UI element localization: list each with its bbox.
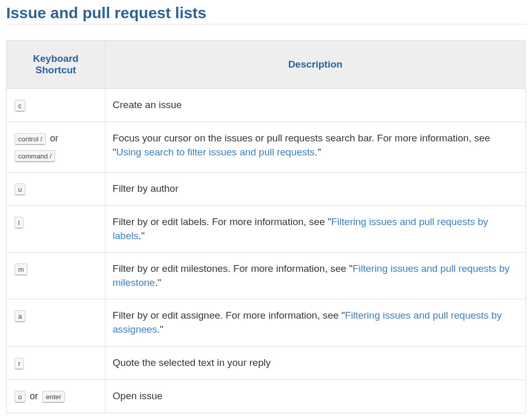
shortcut-cell: o or enter [7,379,105,413]
keyboard-key: o [15,391,25,403]
column-header-description: Description [105,41,525,89]
description-cell: Filter by or edit milestones. For more i… [105,253,525,299]
description-cell: Filter by or edit assignee. For more inf… [105,299,525,346]
table-row: rQuote the selected text in your reply [7,346,526,379]
shortcut-cell: control / orcommand / [7,122,105,173]
description-text: ." [138,230,144,241]
doc-link[interactable]: Using search to filter issues and pull r… [116,147,315,158]
keyboard-key: control / [15,133,46,145]
table-row: control / orcommand /Focus your cursor o… [7,122,526,173]
shortcut-cell: r [7,346,105,379]
description-text: Filter by author [113,183,179,194]
description-cell: Focus your cursor on the issues or pull … [105,122,525,173]
description-cell: Open issue [105,379,525,413]
table-row: o or enterOpen issue [7,379,526,413]
or-label: or [26,391,42,401]
or-label: or [46,133,59,143]
shortcut-cell: m [7,253,105,299]
shortcut-table: Keyboard Shortcut Description cCreate an… [6,40,526,413]
keyboard-key: m [15,264,28,275]
keyboard-key: command / [15,150,55,162]
description-cell: Filter by or edit labels. For more infor… [105,206,525,253]
description-text: ." [315,147,321,158]
description-text: Quote the selected text in your reply [113,357,271,368]
spacer [6,28,526,40]
description-cell: Filter by author [105,173,525,206]
keyboard-key: r [15,358,24,370]
shortcut-cell: a [7,299,105,346]
keyboard-key: c [15,100,25,112]
description-cell: Quote the selected text in your reply [105,346,525,379]
description-text: Filter by or edit milestones. For more i… [113,263,353,274]
description-text: ." [155,277,161,288]
page-title: Issue and pull request lists [6,4,526,24]
shortcut-cell: l [7,206,105,253]
keyboard-key: u [15,183,25,195]
shortcut-cell: c [7,89,105,122]
keyboard-key: a [15,310,25,322]
table-row: aFilter by or edit assignee. For more in… [7,299,526,346]
table-row: mFilter by or edit milestones. For more … [7,253,526,299]
description-cell: Create an issue [105,89,525,122]
description-text: Filter by or edit labels. For more infor… [113,216,331,227]
table-row: cCreate an issue [7,89,526,122]
keyboard-key: enter [42,391,65,403]
shortcut-table-body: cCreate an issuecontrol / orcommand /Foc… [7,89,526,413]
shortcut-cell: u [7,173,105,206]
description-text: ." [157,324,163,335]
description-text: Filter by or edit assignee. For more inf… [113,310,345,321]
table-row: uFilter by author [7,173,526,206]
column-header-shortcut: Keyboard Shortcut [7,41,105,89]
keyboard-key: l [15,217,23,229]
table-row: lFilter by or edit labels. For more info… [7,206,526,253]
description-text: Open issue [113,390,163,401]
description-text: Create an issue [113,99,182,110]
